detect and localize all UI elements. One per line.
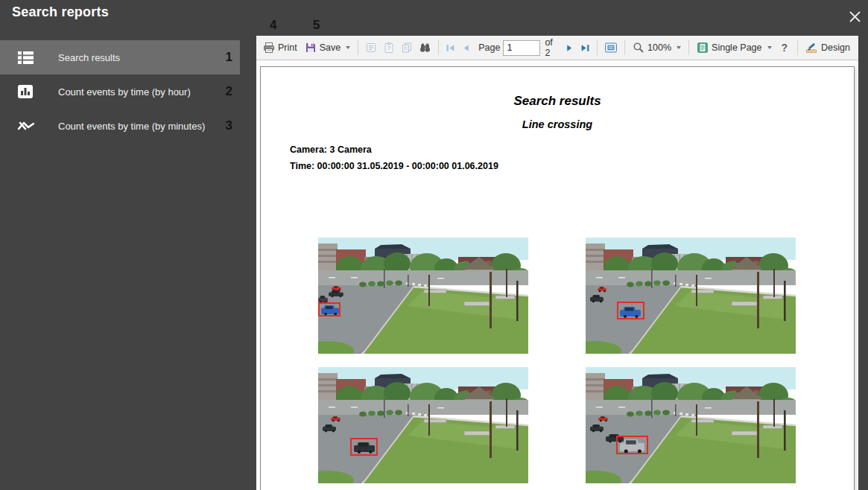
report-subtitle: Line crossing bbox=[261, 118, 854, 130]
save-label: Save bbox=[320, 42, 341, 53]
view-mode-control[interactable]: Single Page bbox=[693, 39, 775, 56]
design-label: Design bbox=[821, 42, 850, 53]
page-number-input[interactable] bbox=[503, 40, 540, 56]
properties-icon: ? bbox=[383, 42, 395, 54]
properties-button[interactable]: ? bbox=[380, 39, 398, 56]
export-settings-button[interactable] bbox=[362, 39, 380, 56]
dialog-title: Search reports bbox=[12, 4, 109, 20]
find-button[interactable] bbox=[416, 39, 434, 56]
report-time-line: Time: 00:00:00 31.05.2019 - 00:00:00 01.… bbox=[290, 161, 498, 171]
list-icon bbox=[18, 50, 34, 65]
design-icon bbox=[805, 42, 818, 54]
line-chart-icon bbox=[18, 118, 34, 133]
sidebar-item-count-by-minutes[interactable]: Count events by time (by minutes) 3 bbox=[0, 109, 240, 143]
next-page-icon bbox=[565, 43, 574, 53]
report-title: Search results bbox=[261, 94, 854, 109]
callout-save: 5 bbox=[313, 18, 320, 33]
zoom-value: 100% bbox=[647, 42, 671, 53]
copy-button[interactable] bbox=[398, 39, 416, 56]
print-button[interactable]: Print bbox=[259, 39, 301, 56]
export-settings-icon bbox=[365, 42, 377, 54]
toolbar-separator bbox=[597, 40, 598, 55]
save-button[interactable]: Save bbox=[301, 39, 355, 56]
first-page-icon bbox=[446, 43, 455, 53]
close-button[interactable] bbox=[846, 7, 864, 25]
copy-icon bbox=[401, 42, 413, 54]
callout-count-by-hour: 2 bbox=[226, 84, 232, 99]
toolbar-separator bbox=[624, 40, 625, 55]
toolbar-separator bbox=[358, 40, 358, 55]
toolbar-separator bbox=[438, 40, 439, 55]
save-dropdown-caret bbox=[346, 46, 350, 49]
report-snapshot-4 bbox=[586, 367, 796, 483]
preview-canvas[interactable]: Search results Line crossing Camera: 3 C… bbox=[256, 60, 858, 490]
first-page-button[interactable] bbox=[443, 41, 458, 55]
callout-print: 4 bbox=[270, 18, 276, 33]
report-snapshot-2 bbox=[586, 238, 796, 354]
report-page: Search results Line crossing Camera: 3 C… bbox=[260, 66, 855, 490]
design-button[interactable]: Design bbox=[802, 39, 854, 56]
last-page-button[interactable] bbox=[577, 41, 593, 55]
help-button[interactable]: ? bbox=[776, 40, 794, 55]
report-snapshot-3 bbox=[318, 367, 528, 483]
callout-count-by-minutes: 3 bbox=[226, 118, 232, 133]
search-reports-dialog: Search reports 4 5 Search results 1 bbox=[0, 0, 868, 490]
zoom-dropdown-caret bbox=[677, 46, 681, 49]
toolbar-separator bbox=[688, 40, 689, 55]
save-icon bbox=[305, 42, 317, 54]
toolbar-separator bbox=[797, 40, 798, 55]
printer-icon bbox=[263, 42, 275, 54]
close-icon bbox=[849, 10, 861, 23]
report-viewer: Print Save bbox=[256, 36, 858, 490]
next-page-button[interactable] bbox=[562, 41, 577, 55]
svg-text:?: ? bbox=[387, 45, 391, 51]
view-mode-value: Single Page bbox=[712, 42, 761, 53]
report-type-menu: Search results 1 Count events by time (b… bbox=[0, 40, 256, 143]
last-page-icon bbox=[580, 43, 590, 53]
find-icon bbox=[419, 42, 431, 54]
sidebar-item-count-by-hour[interactable]: Count events by time (by hour) 2 bbox=[0, 74, 240, 109]
report-camera-line: Camera: 3 Camera bbox=[290, 144, 372, 155]
zoom-icon bbox=[633, 42, 644, 54]
prev-page-icon bbox=[461, 43, 471, 53]
zoom-control[interactable]: 100% bbox=[629, 39, 685, 56]
page-label: Page bbox=[478, 42, 500, 53]
single-page-icon bbox=[697, 42, 709, 54]
bar-chart-icon bbox=[18, 84, 34, 99]
sidebar-item-label: Count events by time (by minutes) bbox=[58, 121, 205, 132]
sidebar-item-search-results[interactable]: Search results 1 bbox=[0, 40, 240, 74]
page-setup-button[interactable] bbox=[601, 39, 621, 56]
report-snapshot-1 bbox=[318, 238, 528, 354]
view-mode-dropdown-caret bbox=[767, 46, 772, 49]
page-setup-icon bbox=[604, 42, 618, 54]
print-label: Print bbox=[278, 42, 297, 53]
sidebar-item-label: Search results bbox=[58, 52, 120, 63]
preview-toolbar: Print Save bbox=[256, 36, 858, 60]
sidebar-item-label: Count events by time (by hour) bbox=[58, 86, 191, 98]
callout-search-results: 1 bbox=[226, 50, 232, 65]
page-total-label: of 2 bbox=[545, 37, 557, 58]
snapshot-grid bbox=[318, 238, 796, 483]
prev-page-button[interactable] bbox=[458, 41, 474, 55]
